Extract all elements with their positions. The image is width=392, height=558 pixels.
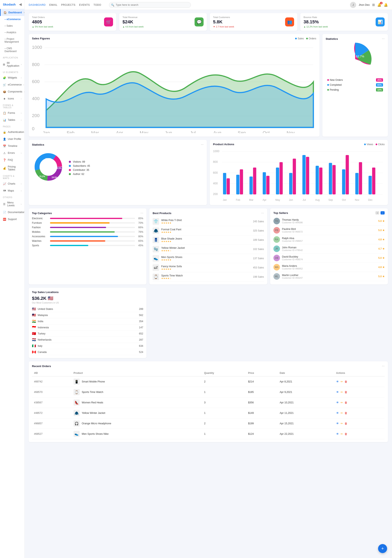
svg-text:400: 400 bbox=[32, 96, 40, 101]
next-btn[interactable]: › bbox=[381, 211, 385, 215]
legend-subscribers: Subscribers: 45 bbox=[69, 165, 90, 167]
topnav-link-projects[interactable]: PROJECTS bbox=[61, 3, 75, 6]
svg-text:Dec: Dec bbox=[368, 199, 373, 201]
card-menu-btn[interactable]: ··· bbox=[261, 211, 264, 215]
sidebar-item-dashboard[interactable]: 🏠 Dashboard ▼ bbox=[0, 9, 24, 16]
prev-btn[interactable]: ‹ bbox=[375, 211, 380, 215]
svg-text:1000: 1000 bbox=[32, 45, 42, 50]
svg-text:Apr: Apr bbox=[116, 130, 123, 133]
seller-rating: 5.0 ★ bbox=[378, 257, 385, 259]
location-flag: 🇮🇹 bbox=[32, 344, 36, 348]
view-btn[interactable]: 👁 bbox=[336, 422, 339, 425]
grid-btn[interactable]: ⊞ bbox=[372, 3, 375, 7]
edit-btn[interactable]: ✏ bbox=[341, 432, 343, 436]
order-date: Apr 22,2021 bbox=[278, 429, 334, 439]
view-btn[interactable]: 👁 bbox=[336, 432, 339, 436]
svg-text:38.5%: 38.5% bbox=[56, 167, 61, 169]
sidebar-item-faq[interactable]: ❓ FAQ bbox=[0, 157, 24, 164]
dashboard-icon: 🏠 bbox=[3, 11, 7, 14]
view-btn[interactable]: 👁 bbox=[336, 401, 339, 404]
sidebar-item-project-mgmt[interactable]: – Project Management bbox=[0, 36, 24, 45]
sidebar-item-ecommerce-ui[interactable]: 🛒 eCommerce › bbox=[0, 81, 24, 88]
delete-btn[interactable]: 🗑 bbox=[344, 432, 347, 436]
card-menu-btn[interactable]: ··· bbox=[382, 364, 385, 368]
sidebar-item-forms[interactable]: 📋 Forms › bbox=[0, 110, 24, 116]
card-menu-btn[interactable]: ··· bbox=[382, 37, 385, 41]
product-stars: ★★★★★ bbox=[161, 222, 251, 224]
search-input[interactable] bbox=[109, 2, 191, 8]
sales-subtitle: Our Most Customers in US bbox=[32, 301, 143, 304]
sidebar-item-sales[interactable]: – Sales bbox=[0, 23, 24, 29]
sidebar-collapse-btn[interactable]: ◀ bbox=[19, 2, 22, 6]
sidebar-item-label: – CMS Dashboard bbox=[5, 47, 22, 53]
sidebar-item-cms[interactable]: – CMS Dashboard bbox=[0, 45, 24, 54]
svg-text:Jan: Jan bbox=[43, 130, 50, 133]
notification-btn[interactable]: 🔔4 bbox=[377, 3, 381, 7]
sidebar-item-label: Maps bbox=[8, 189, 14, 192]
sidebar-item-errors[interactable]: ⚠ Errors › bbox=[0, 149, 24, 157]
alert-btn[interactable]: 🔔 bbox=[384, 3, 388, 7]
edit-btn[interactable]: ✏ bbox=[341, 411, 343, 415]
card-title: Product Actions bbox=[213, 143, 234, 146]
topnav-link-email[interactable]: EMAIL bbox=[49, 3, 58, 6]
edit-btn[interactable]: ✏ bbox=[341, 380, 343, 383]
svg-text:Mar: Mar bbox=[249, 199, 253, 201]
delete-btn[interactable]: 🗑 bbox=[344, 391, 347, 394]
view-btn[interactable]: 👁 bbox=[336, 391, 339, 394]
sidebar-item-charts[interactable]: 📈 Charts › bbox=[0, 180, 24, 187]
product-img: 🧥 bbox=[153, 227, 159, 234]
delete-btn[interactable]: 🗑 bbox=[344, 411, 347, 415]
card-menu-btn[interactable]: ··· bbox=[141, 211, 143, 215]
pie-legend-completed: Completed 65% bbox=[327, 82, 383, 87]
sidebar-item-widgets[interactable]: 🧩 Widgets › bbox=[0, 74, 24, 81]
edit-btn[interactable]: ✏ bbox=[341, 422, 343, 425]
sidebar-item-application[interactable]: ⊞ 88 Application › bbox=[0, 60, 24, 69]
sidebar-item-maps[interactable]: 🗺 Maps › bbox=[0, 187, 24, 194]
stat-card-total-orders: Total Orders 4805 ▲ 5% from last week 🛒 bbox=[29, 13, 116, 31]
edit-btn[interactable]: ✏ bbox=[341, 391, 343, 394]
sidebar-item-menu-levels[interactable]: ☰ Menu Levels › bbox=[0, 199, 24, 209]
delete-btn[interactable]: 🗑 bbox=[344, 401, 347, 404]
svg-text:26.3%: 26.3% bbox=[45, 158, 51, 160]
sidebar-item-components[interactable]: 📦 Components › bbox=[0, 88, 24, 95]
sidebar-item-tables[interactable]: 📊 Tables › bbox=[0, 116, 24, 123]
pie-chart: 62.7% bbox=[339, 43, 372, 76]
stat-icon: 📊 bbox=[375, 17, 385, 26]
sidebar-item-support[interactable]: 🆘 Support bbox=[0, 216, 24, 223]
topnav-link-events[interactable]: EVENTS bbox=[79, 3, 90, 6]
sidebar-item-timeline[interactable]: 📅 Timeline bbox=[0, 142, 24, 149]
progress-bar-fill bbox=[50, 218, 122, 219]
chevron-icon: › bbox=[21, 98, 22, 100]
card-menu-btn[interactable]: ··· bbox=[201, 143, 204, 146]
sidebar-item-documentation[interactable]: 📄 Documentation bbox=[0, 209, 24, 216]
statistics-pie-card: Statistics ··· 62.7% bbox=[322, 34, 388, 137]
sidebar-item-analytics[interactable]: – Analytics bbox=[0, 29, 24, 36]
progress-bar-bg bbox=[50, 231, 135, 233]
sidebar-item-icons[interactable]: ★ Icons › bbox=[0, 95, 24, 102]
product-sales: 198 Sales bbox=[253, 275, 264, 278]
forms-section-label: FORMS & TABLES bbox=[0, 102, 24, 110]
product-img: ⌚ bbox=[153, 274, 159, 280]
topnav-link-todo[interactable]: TODO bbox=[94, 3, 101, 6]
fab-button[interactable]: + bbox=[378, 544, 387, 553]
sidebar-item-authentication[interactable]: 🔒 Authentication › bbox=[0, 129, 24, 136]
sidebar-item-ecommerce[interactable]: – eCommerce bbox=[0, 16, 24, 23]
notification-badge: 4 bbox=[380, 2, 383, 4]
order-price: $149 bbox=[246, 408, 277, 418]
table-row: #68570 ⌚ Sports Time Watch 1 $185 Apr 9,… bbox=[32, 387, 385, 397]
view-btn[interactable]: 👁 bbox=[336, 380, 339, 383]
forms-icon: 📋 bbox=[3, 111, 6, 115]
sidebar-item-label: User Profile bbox=[8, 138, 21, 140]
authentication-icon: 🔒 bbox=[3, 131, 6, 134]
seller-name: Thomas Hardy bbox=[282, 218, 376, 221]
delete-btn[interactable]: 🗑 bbox=[344, 422, 347, 425]
edit-btn[interactable]: ✏ bbox=[341, 401, 343, 404]
sidebar-item-user-profile[interactable]: 👤 User Profile bbox=[0, 136, 24, 142]
seller-row: RA Ralph Alva Customer ID #98657 4.8 ★ bbox=[273, 235, 385, 244]
sidebar-item-pricing[interactable]: 💰 Pricing Tables bbox=[0, 164, 24, 173]
topnav-link-dashboard[interactable]: DASHBOARD bbox=[29, 3, 46, 6]
progress-bar-fill bbox=[50, 236, 118, 237]
view-btn[interactable]: 👁 bbox=[336, 411, 339, 415]
delete-btn[interactable]: 🗑 bbox=[344, 380, 347, 383]
location-row: 🇲🇾 Malaysia 562 bbox=[32, 312, 143, 318]
